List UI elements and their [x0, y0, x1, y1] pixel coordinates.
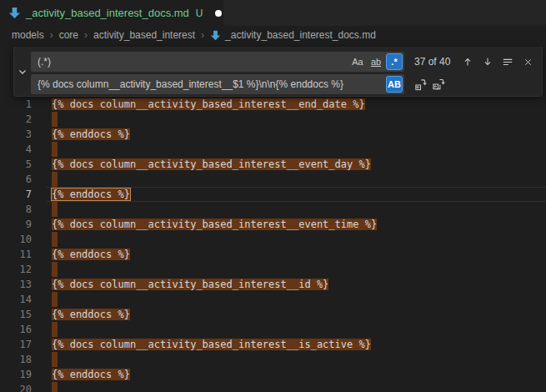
find-match-highlight	[52, 352, 58, 367]
code-text[interactable]	[32, 382, 58, 392]
breadcrumb-separator-icon: ›	[84, 29, 88, 41]
line-number: 10	[0, 232, 32, 247]
code-line[interactable]: 20	[0, 382, 546, 392]
code-line[interactable]: 14	[0, 292, 546, 307]
tab-active-file[interactable]: _activity_based_interest_docs.md U	[0, 0, 223, 26]
results-count: 37 of 40	[414, 56, 450, 68]
code-text[interactable]	[32, 262, 58, 277]
code-text[interactable]	[32, 322, 58, 337]
code-text[interactable]: {% enddocs %}	[32, 307, 130, 322]
find-match-highlight: {% docs column__activity_based_interest_…	[52, 98, 365, 110]
breadcrumb-item-models[interactable]: models	[12, 29, 44, 41]
code-text[interactable]	[32, 292, 58, 307]
code-line[interactable]: 9{% docs column__activity_based_interest…	[0, 217, 546, 232]
breadcrumb: models › core › activity_based_interest …	[0, 26, 546, 44]
unsaved-changes-dot-icon[interactable]	[215, 10, 222, 17]
code-line[interactable]: 19{% enddocs %}	[0, 367, 546, 382]
chevron-down-icon	[16, 65, 29, 78]
line-number: 18	[0, 352, 32, 367]
find-match-highlight: {% docs column__activity_based_interest_…	[52, 339, 371, 350]
whole-word-toggle[interactable]: ab	[368, 53, 384, 70]
replace-button[interactable]	[411, 75, 429, 93]
find-replace-widget: Aa ab .* 37 of 40	[13, 47, 543, 97]
code-text[interactable]: {% docs column__activity_based_interest_…	[32, 97, 365, 112]
regex-toggle[interactable]: .*	[386, 53, 403, 70]
next-match-button[interactable]	[478, 53, 497, 71]
line-number: 4	[0, 142, 32, 157]
code-line[interactable]: 3{% enddocs %}	[0, 127, 546, 142]
find-match-highlight	[52, 292, 58, 307]
preserve-case-toggle[interactable]: AB	[386, 76, 403, 93]
code-text[interactable]	[32, 202, 58, 217]
match-case-toggle[interactable]: Aa	[349, 53, 366, 70]
replace-all-button[interactable]	[429, 75, 448, 93]
replace-input[interactable]	[31, 74, 404, 94]
regex-icon: .*	[391, 57, 397, 67]
code-text[interactable]	[32, 142, 58, 157]
find-match-highlight: {% enddocs %}	[52, 309, 130, 320]
breadcrumb-item-core[interactable]: core	[59, 29, 78, 41]
line-number: 1	[0, 97, 32, 112]
code-line[interactable]: 1{% docs column__activity_based_interest…	[0, 97, 546, 112]
code-line[interactable]: 18	[0, 352, 546, 367]
find-match-highlight	[52, 142, 58, 157]
find-match-highlight: {% enddocs %}	[52, 249, 130, 260]
git-status-badge: U	[196, 8, 203, 19]
code-line[interactable]: 16	[0, 322, 546, 337]
line-number: 14	[0, 292, 32, 307]
find-in-selection-button[interactable]	[498, 53, 517, 71]
code-line[interactable]: 11{% enddocs %}	[0, 247, 546, 262]
find-match-highlight	[52, 232, 58, 247]
toggle-replace-button[interactable]	[14, 47, 31, 96]
find-input[interactable]	[31, 52, 404, 72]
tab-filename: _activity_based_interest_docs.md	[26, 7, 189, 19]
line-number: 7	[0, 187, 32, 202]
code-text[interactable]: {% enddocs %}	[32, 127, 130, 142]
code-text[interactable]	[32, 112, 58, 127]
arrow-up-icon	[462, 56, 473, 68]
code-text[interactable]: {% docs column__activity_based_interest_…	[32, 277, 328, 292]
line-number: 11	[0, 247, 32, 262]
preserve-case-icon: AB	[388, 79, 401, 89]
code-text[interactable]: {% enddocs %}	[32, 187, 130, 202]
code-text[interactable]	[32, 352, 58, 367]
line-number: 17	[0, 337, 32, 352]
line-number: 5	[0, 157, 32, 172]
find-match-highlight	[52, 172, 58, 187]
previous-match-button[interactable]	[458, 53, 477, 71]
breadcrumb-item-folder[interactable]: activity_based_interest	[93, 29, 195, 41]
code-line[interactable]: 8	[0, 202, 546, 217]
replace-icon	[414, 78, 427, 91]
code-text[interactable]: {% docs column__activity_based_interest_…	[32, 157, 371, 172]
code-text[interactable]	[32, 172, 58, 187]
find-match-highlight: {% docs column__activity_based_interest_…	[52, 158, 371, 170]
find-match-highlight: {% enddocs %}	[52, 128, 130, 140]
code-line[interactable]: 7{% enddocs %}	[0, 187, 546, 202]
find-match-highlight	[52, 322, 58, 337]
arrow-down-icon	[482, 56, 493, 68]
breadcrumb-separator-icon: ›	[201, 29, 204, 41]
code-text[interactable]: {% enddocs %}	[32, 247, 130, 262]
close-find-widget-button[interactable]	[518, 53, 537, 71]
code-line[interactable]: 6	[0, 172, 546, 187]
find-match-highlight: {% enddocs %}	[52, 369, 130, 380]
code-text[interactable]: {% enddocs %}	[32, 367, 130, 382]
code-line[interactable]: 2	[0, 112, 546, 127]
line-number: 15	[0, 307, 32, 322]
find-match-highlight	[52, 382, 58, 392]
markdown-file-icon	[8, 7, 21, 19]
line-number: 9	[0, 217, 32, 232]
code-line[interactable]: 10	[0, 232, 546, 247]
code-text[interactable]	[32, 232, 58, 247]
code-line[interactable]: 5{% docs column__activity_based_interest…	[0, 157, 546, 172]
code-text[interactable]: {% docs column__activity_based_interest_…	[32, 217, 377, 232]
breadcrumb-item-file[interactable]: _activity_based_interest_docs.md	[225, 29, 376, 41]
code-line[interactable]: 4	[0, 142, 546, 157]
code-line[interactable]: 17{% docs column__activity_based_interes…	[0, 337, 546, 352]
replace-all-icon	[433, 78, 445, 91]
code-line[interactable]: 13{% docs column__activity_based_interes…	[0, 277, 546, 292]
code-text[interactable]: {% docs column__activity_based_interest_…	[32, 337, 371, 352]
tab-bar: _activity_based_interest_docs.md U	[0, 0, 546, 26]
code-line[interactable]: 12	[0, 262, 546, 277]
code-line[interactable]: 15{% enddocs %}	[0, 307, 546, 322]
